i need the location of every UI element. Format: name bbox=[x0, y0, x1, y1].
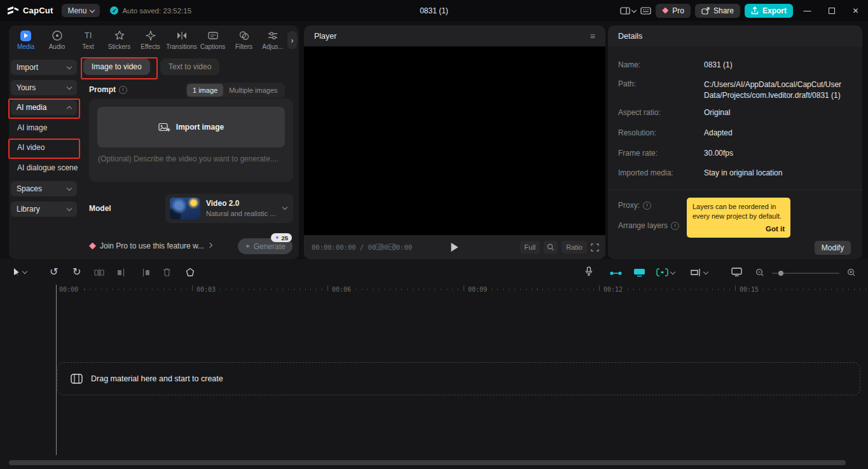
ruler-tick bbox=[599, 285, 600, 291]
zoom-slider-knob[interactable] bbox=[778, 271, 783, 276]
preview-quality-button[interactable] bbox=[633, 268, 645, 277]
nav-expand-button[interactable]: › bbox=[287, 31, 297, 49]
tab-label: Audio bbox=[49, 43, 65, 50]
detail-label-resolution: Resolution: bbox=[618, 128, 656, 137]
minimize-button[interactable]: — bbox=[797, 0, 817, 21]
model-label: Model bbox=[89, 204, 111, 213]
tab-filters[interactable]: Filters bbox=[228, 25, 259, 55]
redo-button[interactable]: ↻ bbox=[72, 267, 81, 277]
mask-button[interactable] bbox=[186, 268, 195, 277]
delete-right-button[interactable] bbox=[140, 268, 150, 277]
player-option-icon-2[interactable] bbox=[388, 243, 396, 250]
play-button[interactable] bbox=[451, 243, 458, 252]
sidebar-item-ai-dialogue-scene[interactable]: AI dialogue scene bbox=[17, 160, 78, 175]
fullscreen-button[interactable] bbox=[591, 243, 599, 252]
timeline-zoom-slider[interactable] bbox=[772, 273, 839, 274]
tab-transitions[interactable]: Transitions bbox=[166, 25, 197, 55]
tab-image-to-video[interactable]: Image to video bbox=[83, 58, 150, 75]
import-image-button[interactable]: Import image bbox=[97, 107, 285, 147]
player-title: Player bbox=[314, 32, 336, 41]
chevron-down-icon bbox=[282, 205, 287, 210]
horizontal-scrollbar[interactable] bbox=[9, 460, 846, 465]
tab-captions[interactable]: Captions bbox=[197, 25, 228, 55]
tab-media[interactable]: Media bbox=[10, 25, 41, 55]
tab-effects[interactable]: Effects bbox=[135, 25, 166, 55]
tab-text[interactable]: TI Text bbox=[72, 25, 104, 55]
join-pro-link[interactable]: Join Pro to use this feature w... bbox=[89, 241, 212, 250]
chevron-down-icon bbox=[67, 85, 72, 90]
image-count-segment: 1 image Multiple images bbox=[186, 83, 285, 98]
full-button[interactable]: Full bbox=[520, 241, 541, 254]
smart-tool-button[interactable] bbox=[656, 268, 675, 276]
capcut-logo-icon bbox=[8, 6, 19, 15]
modify-button[interactable]: Modify bbox=[815, 241, 851, 255]
keyboard-icon bbox=[640, 7, 651, 15]
player-viewport[interactable] bbox=[304, 46, 605, 235]
filters-icon bbox=[238, 30, 250, 41]
got-it-button[interactable]: Got it bbox=[692, 224, 785, 234]
export-button[interactable]: Export bbox=[745, 4, 793, 18]
share-button[interactable]: Share bbox=[695, 4, 740, 18]
delete-button[interactable] bbox=[163, 268, 171, 277]
playhead[interactable] bbox=[56, 285, 57, 455]
prompt-placeholder[interactable]: (Optional) Describe the video you want t… bbox=[98, 154, 279, 163]
segment-multiple-images[interactable]: Multiple images bbox=[223, 84, 283, 97]
capcut-window: CapCut Menu ✓ Auto saved: 23:52:15 0831 … bbox=[0, 0, 868, 469]
chevron-down-icon bbox=[67, 64, 72, 69]
audio-icon bbox=[52, 30, 63, 41]
record-voiceover-button[interactable] bbox=[585, 266, 593, 276]
zoom-in-button[interactable] bbox=[847, 268, 856, 277]
pro-button[interactable]: Pro bbox=[656, 4, 691, 18]
tab-adjustment[interactable]: Adjus... bbox=[259, 25, 286, 55]
sidebar-item-spaces[interactable]: Spaces bbox=[11, 181, 77, 196]
info-icon[interactable]: i bbox=[643, 201, 651, 210]
panel-layout-button[interactable] bbox=[620, 7, 636, 15]
split-button[interactable] bbox=[94, 268, 104, 277]
player-option-icon-1[interactable] bbox=[375, 243, 383, 250]
transitions-icon bbox=[176, 30, 188, 41]
tab-stickers[interactable]: Stickers bbox=[104, 25, 135, 55]
player-menu-icon[interactable]: ≡ bbox=[590, 31, 595, 41]
detail-value-frame-rate: 30.00fps bbox=[704, 149, 733, 158]
sidebar-item-ai-media[interactable]: AI media bbox=[11, 100, 77, 115]
ratio-button[interactable]: Ratio bbox=[561, 241, 587, 254]
empty-track-dropzone[interactable]: Drag material here and start to create bbox=[57, 362, 860, 395]
chevron-down-icon bbox=[90, 7, 95, 12]
empty-track-message: Drag material here and start to create bbox=[91, 374, 223, 383]
crop-tool-button[interactable] bbox=[691, 268, 708, 276]
menu-button[interactable]: Menu bbox=[62, 4, 100, 17]
zoom-out-button[interactable] bbox=[755, 268, 764, 277]
model-dropdown[interactable]: Video 2.0 Natural and realistic ... bbox=[165, 194, 293, 223]
keyframe-link-icon bbox=[609, 269, 623, 277]
tab-label: Media bbox=[17, 43, 34, 50]
preview-zoom-button[interactable] bbox=[544, 241, 558, 254]
select-tool-button[interactable] bbox=[13, 268, 27, 276]
undo-button[interactable]: ↺ bbox=[50, 267, 58, 277]
sidebar-item-library[interactable]: Library bbox=[11, 201, 77, 217]
monitor-icon bbox=[731, 268, 742, 276]
sidebar-item-yours[interactable]: Yours bbox=[11, 80, 77, 95]
tab-audio[interactable]: Audio bbox=[41, 25, 72, 55]
detail-value-imported-media: Stay in original location bbox=[704, 168, 782, 177]
maximize-button[interactable] bbox=[822, 0, 841, 21]
tab-label: Text to video bbox=[169, 62, 211, 71]
delete-left-button[interactable] bbox=[117, 268, 127, 277]
media-library-panel: Media Audio TI Text Stickers Effe bbox=[9, 25, 299, 259]
player-panel: Player ≡ 00:00:00:00 / 00:00:00:00 Full … bbox=[304, 25, 605, 259]
details-divider bbox=[608, 189, 862, 190]
sidebar-item-ai-video[interactable]: AI video bbox=[17, 140, 45, 155]
close-button[interactable]: ✕ bbox=[846, 0, 865, 21]
mirror-preview-button[interactable] bbox=[731, 268, 742, 276]
chevron-down-icon bbox=[22, 269, 27, 274]
info-icon[interactable]: i bbox=[671, 222, 679, 230]
ruler-label: 00:12 bbox=[602, 286, 624, 293]
cursor-icon bbox=[13, 268, 20, 276]
chevron-down-icon bbox=[67, 186, 72, 191]
info-icon[interactable]: i bbox=[119, 86, 127, 94]
shortcut-keyboard-button[interactable] bbox=[640, 7, 651, 15]
sidebar-item-import[interactable]: Import bbox=[11, 60, 77, 75]
segment-one-image[interactable]: 1 image bbox=[187, 84, 223, 97]
keyframe-link-button[interactable] bbox=[609, 269, 623, 277]
tab-text-to-video[interactable]: Text to video bbox=[160, 58, 219, 75]
sidebar-item-ai-image[interactable]: AI image bbox=[17, 120, 47, 135]
